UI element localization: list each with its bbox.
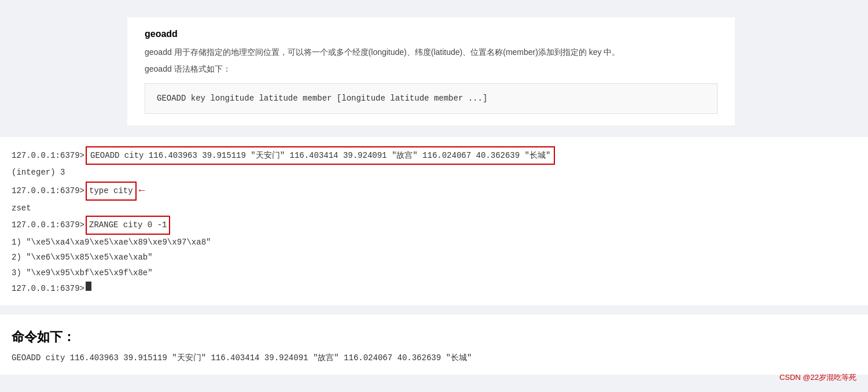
integer-output: (integer) 3 bbox=[12, 165, 65, 180]
cursor-icon bbox=[86, 282, 91, 291]
arrow-icon: ← bbox=[139, 180, 145, 200]
prompt-1: 127.0.0.1:6379> bbox=[12, 148, 84, 164]
bottom-cmd: GEOADD city 116.403963 39.915119 "天安门" 1… bbox=[12, 353, 856, 363]
type-city-command: type city bbox=[86, 182, 137, 201]
section-desc2: geoadd 语法格式如下： bbox=[145, 62, 718, 76]
terminal-line-4: zset bbox=[12, 201, 856, 216]
zrange-command: ZRANGE city 0 -1 bbox=[86, 216, 170, 235]
zrange-output-1: 1) "\xe5\xa4\xa9\xe5\xae\x89\xe9\x97\xa8… bbox=[12, 235, 211, 250]
zrange-output-2: 2) "\xe6\x95\x85\xe5\xae\xab" bbox=[12, 250, 153, 265]
geoadd-command: GEOADD city 116.403963 39.915119 "天安门" 1… bbox=[86, 146, 555, 165]
geoadd-section: geoadd geoadd 用于存储指定的地理空间位置，可以将一个或多个经度(l… bbox=[127, 17, 735, 125]
prompt-9: 127.0.0.1:6379> bbox=[12, 281, 84, 297]
terminal-line-2: (integer) 3 bbox=[12, 165, 856, 180]
terminal-line-6: 1) "\xe5\xa4\xa9\xe5\xae\x89\xe9\x97\xa8… bbox=[12, 235, 856, 250]
syntax-text: GEOADD key longitude latitude member [lo… bbox=[157, 94, 487, 103]
terminal-line-8: 3) "\xe9\x95\xbf\xe5\x9f\x8e" bbox=[12, 265, 856, 281]
section-title: geoadd bbox=[145, 29, 718, 39]
terminal-line-3: 127.0.0.1:6379> type city ← bbox=[12, 180, 856, 201]
watermark: CSDN @22岁混吃等死 bbox=[779, 372, 856, 383]
terminal-line-1: 127.0.0.1:6379> GEOADD city 116.403963 3… bbox=[12, 146, 856, 165]
zrange-output-3: 3) "\xe9\x95\xbf\xe5\x9f\x8e" bbox=[12, 265, 153, 281]
terminal-line-9: 127.0.0.1:6379> bbox=[12, 281, 856, 297]
watermark-text: CSDN @22岁混吃等死 bbox=[779, 373, 856, 382]
terminal-line-7: 2) "\xe6\x95\x85\xe5\xae\xab" bbox=[12, 250, 856, 265]
zset-output: zset bbox=[12, 201, 31, 216]
bottom-title: 命令如下： bbox=[12, 328, 856, 346]
terminal-line-5: 127.0.0.1:6379> ZRANGE city 0 -1 bbox=[12, 216, 856, 235]
section-desc1: geoadd 用于存储指定的地理空间位置，可以将一个或多个经度(longitud… bbox=[145, 45, 718, 60]
prompt-5: 127.0.0.1:6379> bbox=[12, 217, 84, 233]
page-container: geoadd geoadd 用于存储指定的地理空间位置，可以将一个或多个经度(l… bbox=[0, 0, 868, 392]
syntax-block: GEOADD key longitude latitude member [lo… bbox=[145, 83, 718, 113]
bottom-section: 命令如下： GEOADD city 116.403963 39.915119 "… bbox=[0, 315, 868, 375]
terminal-section: 127.0.0.1:6379> GEOADD city 116.403963 3… bbox=[0, 137, 868, 305]
prompt-3: 127.0.0.1:6379> bbox=[12, 183, 84, 199]
